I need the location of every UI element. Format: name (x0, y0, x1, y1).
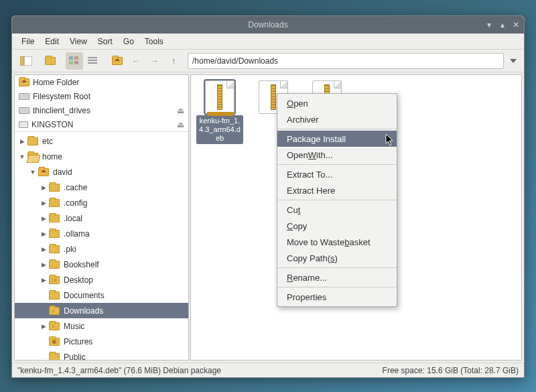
tree-item-downloads[interactable]: Downloads (15, 303, 188, 318)
status-selection: "kenku-fm_1.4.3_arm64.deb" (76.6 MiB) De… (17, 366, 221, 375)
tree-item-desktop[interactable]: ▶Desktop (15, 272, 188, 287)
tree-label: .ollama (64, 229, 90, 239)
context-menu-separator (277, 267, 397, 268)
window-title: Downloads (12, 20, 524, 29)
place-label: thinclient_drives (33, 106, 90, 115)
context-menu-rename-[interactable]: Rename... (277, 269, 397, 285)
tree-label: Pictures (64, 337, 92, 346)
place-item-filesystem-root[interactable]: Filesystem Root (15, 89, 188, 103)
context-menu-archiver[interactable]: Archiver (277, 111, 397, 127)
svg-rect-8 (88, 62, 97, 64)
context-menu: OpenArchiverPackage InstallOpen With...E… (277, 93, 397, 307)
list-view-button[interactable] (84, 52, 102, 70)
menu-view[interactable]: View (64, 35, 92, 48)
expand-toggle-icon[interactable]: ▶ (40, 200, 47, 206)
svg-rect-3 (74, 56, 78, 60)
menu-file[interactable]: File (16, 35, 40, 48)
tree-item--config[interactable]: ▶.config (15, 195, 188, 210)
expand-toggle-icon[interactable]: ▶ (40, 261, 47, 268)
tree-label: Downloads (64, 306, 103, 316)
context-menu-copy-path-s-[interactable]: Copy Path(s) (277, 250, 397, 266)
tree-label: .config (64, 198, 87, 208)
place-label: KINGSTON (31, 120, 73, 129)
tree-label: Desktop (64, 275, 93, 285)
context-menu-move-to-wastebasket[interactable]: Move to Wastebasket (277, 234, 397, 250)
file-manager-window: Downloads ▾ ▴ ✕ File Edit View Sort Go T… (11, 15, 525, 378)
context-menu-open[interactable]: Open (277, 95, 397, 111)
tree-item-home[interactable]: ▼home (15, 149, 188, 164)
context-menu-package-install[interactable]: Package Install (277, 131, 397, 147)
menu-sort[interactable]: Sort (92, 35, 118, 48)
status-free-space: Free space: 15.6 GiB (Total: 28.7 GiB) (383, 366, 519, 375)
context-menu-separator (277, 200, 397, 200)
expand-toggle-icon[interactable]: ▶ (40, 246, 47, 253)
home-button[interactable] (109, 52, 126, 70)
tree-item-david[interactable]: ▼david (15, 164, 188, 180)
archive-file-icon (205, 80, 234, 114)
context-menu-open-with-[interactable]: Open With... (277, 147, 397, 163)
tree-item-etc[interactable]: ▶etc (15, 133, 188, 149)
titlebar[interactable]: Downloads ▾ ▴ ✕ (12, 16, 524, 34)
context-menu-extract-here[interactable]: Extract Here (277, 182, 397, 198)
place-item-kingston[interactable]: KINGSTON⏏ (15, 117, 188, 131)
expand-toggle-icon[interactable]: ▶ (40, 215, 47, 222)
tree-label: home (42, 152, 62, 161)
svg-rect-7 (88, 60, 97, 61)
tree-item--local[interactable]: ▶.local (15, 210, 188, 226)
tree-item--pki[interactable]: ▶.pki (15, 241, 188, 257)
file-item[interactable]: kenku-fm_1.4.3_arm64.deb (196, 80, 243, 144)
context-menu-cut[interactable]: Cut (277, 202, 397, 218)
path-text: /home/david/Downloads (192, 56, 278, 66)
menu-edit[interactable]: Edit (40, 35, 64, 48)
forward-button[interactable]: → (146, 52, 163, 70)
menu-tools[interactable]: Tools (139, 35, 169, 48)
place-label: Filesystem Root (33, 92, 90, 101)
new-folder-button[interactable] (42, 52, 59, 70)
eject-icon[interactable]: ⏏ (177, 120, 184, 129)
expand-toggle-icon[interactable]: ▶ (40, 231, 47, 237)
path-input[interactable]: /home/david/Downloads (188, 53, 504, 69)
expand-toggle-icon[interactable]: ▼ (29, 169, 36, 176)
context-menu-copy[interactable]: Copy (277, 218, 397, 234)
svg-rect-4 (69, 61, 73, 64)
sidebar: Home FolderFilesystem Rootthinclient_dri… (14, 74, 189, 361)
expand-toggle-icon[interactable]: ▶ (19, 138, 25, 145)
expand-toggle-icon[interactable]: ▼ (19, 153, 25, 160)
context-menu-extract-to-[interactable]: Extract To... (277, 166, 397, 182)
tree-item-pictures[interactable]: Pictures (15, 334, 188, 349)
context-menu-separator (277, 129, 397, 129)
icon-view-button[interactable] (66, 52, 83, 70)
sidebar-toggle-button[interactable] (17, 52, 35, 70)
back-button[interactable]: ← (127, 52, 145, 70)
expand-toggle-icon[interactable]: ▶ (40, 184, 47, 191)
tree-item-public[interactable]: Public (15, 349, 188, 361)
up-button[interactable]: ↑ (165, 52, 182, 70)
place-label: Home Folder (33, 78, 79, 87)
tree-item-bookshelf[interactable]: ▶Bookshelf (15, 257, 188, 272)
tree-item-music[interactable]: ▶Music (15, 318, 188, 334)
expand-toggle-icon[interactable]: ▶ (40, 323, 47, 330)
tree-label: Bookshelf (64, 260, 99, 269)
folder-tree: ▶etc▼home▼david▶.cache▶.config▶.local▶.o… (15, 132, 188, 361)
menu-go[interactable]: Go (118, 35, 139, 48)
maximize-button[interactable]: ▴ (498, 20, 507, 29)
place-item-home-folder[interactable]: Home Folder (15, 75, 188, 89)
svg-rect-5 (74, 61, 78, 64)
tree-label: david (53, 168, 72, 177)
context-menu-properties[interactable]: Properties (277, 289, 397, 305)
close-button[interactable]: ✕ (512, 20, 520, 29)
tree-item--ollama[interactable]: ▶.ollama (15, 226, 188, 241)
tree-label: Public (64, 352, 86, 361)
tree-label: .cache (64, 183, 87, 192)
eject-icon[interactable]: ⏏ (177, 106, 184, 115)
place-item-thinclient-drives[interactable]: thinclient_drives⏏ (15, 103, 188, 117)
svg-rect-2 (69, 56, 73, 60)
file-label: kenku-fm_1.4.3_arm64.deb (196, 115, 243, 144)
minimize-button[interactable]: ▾ (485, 20, 493, 29)
path-history-dropdown[interactable] (505, 53, 521, 69)
svg-rect-1 (20, 56, 24, 66)
tree-item-documents[interactable]: Documents (15, 287, 188, 303)
tree-item--cache[interactable]: ▶.cache (15, 180, 188, 195)
expand-toggle-icon[interactable]: ▶ (40, 277, 47, 283)
tree-label: .pki (64, 245, 76, 254)
